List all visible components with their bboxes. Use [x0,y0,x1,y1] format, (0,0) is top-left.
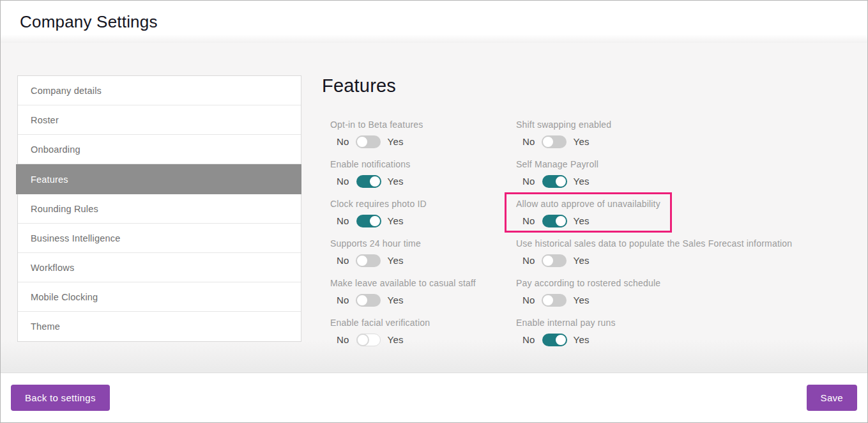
toggle-no-label: No [522,175,535,188]
toggle-label: Allow auto approve of unavailability [516,199,660,210]
toggle-yes-label: Yes [388,254,404,267]
sidebar-item-theme[interactable]: Theme [18,312,301,341]
toggle-label: Enable internal pay runs [516,318,616,328]
toggle-label: Opt-in to Beta features [330,119,423,130]
toggle-group-shift-swapping: Shift swapping enabled No Yes [516,119,611,149]
toggle-yes-label: Yes [574,254,590,267]
sidebar-item-label: Company details [31,86,102,96]
toggle-group-historical-sales-data: Use historical sales data to populate th… [516,238,792,268]
toggle-row: No Yes [516,214,660,228]
sidebar-item-roster[interactable]: Roster [18,105,301,135]
toggle-no-label: No [337,135,349,148]
sidebar-item-label: Mobile Clocking [31,292,98,302]
page-header: Company Settings [1,1,867,43]
toggle-row: No Yes [330,214,427,228]
toggle-yes-label: Yes [574,334,590,346]
toggle-yes-label: Yes [574,175,590,188]
toggle-group-self-manage-payroll: Self Manage Payroll No Yes [516,159,598,188]
sidebar-item-business-intelligence[interactable]: Business Intelligence [18,224,301,253]
toggle-yes-label: Yes [388,334,404,346]
toggle-column-left: Opt-in to Beta features No Yes Enable no… [330,119,516,357]
toggle-label: Self Manage Payroll [516,159,598,170]
toggle-knob [554,215,567,227]
sidebar-item-label: Business Intelligence [31,233,120,243]
toggle-yes-label: Yes [574,294,590,307]
toggle-yes-label: Yes [574,215,590,227]
toggle-knob [356,294,369,307]
toggle-switch[interactable] [356,294,381,307]
toggle-row: No Yes [516,254,792,268]
toggle-row: No Yes [330,174,410,188]
toggle-knob [542,294,554,307]
sidebar-item-workflows[interactable]: Workflows [18,253,301,282]
toggle-row: No Yes [330,254,421,268]
sidebar-item-mobile-clocking[interactable]: Mobile Clocking [18,282,301,312]
toggle-switch[interactable] [356,175,381,188]
toggle-row: No Yes [330,293,476,307]
toggle-label: Enable facial verification [330,318,430,328]
toggle-label: Make leave available to casual staff [330,278,476,289]
page-footer: Back to settings Save [1,373,867,422]
toggle-group-leave-casual-staff: Make leave available to casual staff No … [330,278,476,307]
toggle-label: Use historical sales data to populate th… [516,238,792,249]
toggle-no-label: No [522,334,535,346]
toggle-group-pay-rostered-schedule: Pay according to rostered schedule No Ye… [516,278,660,307]
toggle-row: No Yes [516,333,616,347]
toggle-no-label: No [337,254,349,267]
toggle-knob [554,334,567,346]
toggle-row: No Yes [330,333,430,347]
toggle-switch[interactable] [356,334,381,346]
toggle-columns: Opt-in to Beta features No Yes Enable no… [322,119,857,357]
toggle-no-label: No [337,334,349,346]
toggle-no-label: No [522,254,535,267]
company-settings-page: Company Settings Company details Roster … [0,0,868,423]
toggle-label: Pay according to rostered schedule [516,278,660,289]
toggle-knob [356,334,369,346]
toggle-switch[interactable] [356,135,381,148]
toggle-label: Supports 24 hour time [330,238,421,249]
toggle-no-label: No [522,135,535,148]
toggle-column-right: Shift swapping enabled No Yes Self Manag… [516,119,857,357]
sidebar-item-label: Workflows [31,263,74,273]
toggle-knob [369,215,381,227]
toggle-switch[interactable] [542,175,567,188]
toggle-group-enable-notifications: Enable notifications No Yes [330,159,410,188]
sidebar-item-label: Roster [31,115,59,125]
toggle-yes-label: Yes [574,135,590,148]
toggle-switch[interactable] [542,254,567,267]
toggle-switch[interactable] [542,135,567,148]
toggle-knob [356,254,369,267]
toggle-label: Clock requires photo ID [330,199,427,210]
toggle-group-clock-photo-id: Clock requires photo ID No Yes [330,199,427,228]
section-heading: Features [322,75,857,96]
toggle-yes-label: Yes [388,294,404,307]
save-button[interactable]: Save [807,385,857,411]
toggle-row: No Yes [516,293,660,307]
page-title: Company Settings [20,12,158,32]
sidebar-item-rounding-rules[interactable]: Rounding Rules [18,194,301,224]
toggle-switch[interactable] [356,215,381,227]
toggle-row: No Yes [516,135,611,149]
toggle-group-internal-pay-runs: Enable internal pay runs No Yes [516,318,616,347]
toggle-knob [369,175,381,188]
toggle-group-24-hour-time: Supports 24 hour time No Yes [330,238,421,268]
toggle-knob [356,135,369,148]
toggle-switch[interactable] [542,294,567,307]
toggle-switch[interactable] [542,215,567,227]
toggle-switch[interactable] [356,254,381,267]
settings-nav: Company details Roster Onboarding Featur… [17,75,301,342]
sidebar-item-label: Features [31,174,68,185]
sidebar-item-onboarding[interactable]: Onboarding [18,135,301,164]
sidebar-item-company-details[interactable]: Company details [18,76,301,105]
sidebar-item-features[interactable]: Features [16,164,301,194]
toggle-knob [542,135,554,148]
toggle-group-opt-in-beta: Opt-in to Beta features No Yes [330,119,423,149]
toggle-switch[interactable] [542,334,567,346]
sidebar-item-label: Rounding Rules [31,204,98,214]
back-to-settings-button[interactable]: Back to settings [11,385,110,411]
content-area: Company details Roster Onboarding Featur… [1,43,867,373]
sidebar-item-label: Theme [31,321,60,332]
toggle-knob [542,254,554,267]
toggle-no-label: No [337,175,349,188]
toggle-yes-label: Yes [388,175,404,188]
